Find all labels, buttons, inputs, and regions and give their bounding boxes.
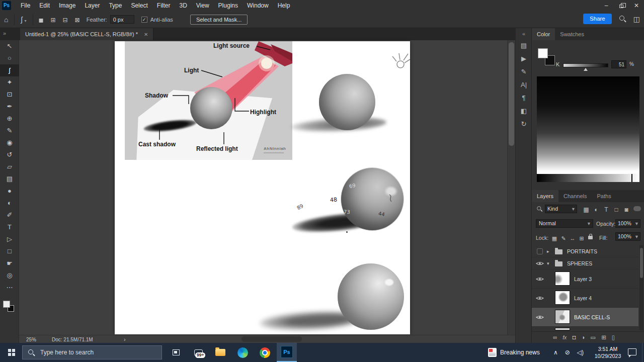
document-canvas[interactable]: Light source Light Shadow Highlight Cast… xyxy=(115,41,410,334)
search-icon[interactable] xyxy=(619,15,626,23)
expand-caret-icon[interactable]: ▸ xyxy=(547,249,549,254)
minimize-button[interactable]: – xyxy=(599,0,614,11)
lock-artboard-icon[interactable]: ⊞ xyxy=(577,235,586,242)
share-button[interactable]: Share xyxy=(583,14,612,24)
taskbar-clock[interactable]: 3:51 AM 10/29/2023 xyxy=(592,345,624,359)
layer-name[interactable]: Layer 4 xyxy=(574,295,592,301)
taskbar-search-box[interactable]: Type here to search xyxy=(22,345,162,359)
link-layers-icon[interactable]: ∞ xyxy=(553,334,557,340)
home-icon[interactable]: ⌂ xyxy=(4,16,8,24)
layers-scrollbar[interactable] xyxy=(639,245,643,330)
type-tool[interactable]: T xyxy=(0,221,19,233)
layer-name[interactable]: Layer 3 xyxy=(574,276,592,282)
subtract-selection-icon[interactable]: ⊟ xyxy=(63,17,68,24)
k-value-field[interactable]: 51 xyxy=(611,60,626,68)
menu-file[interactable]: File xyxy=(16,0,35,11)
panel-foreground-swatch[interactable] xyxy=(538,48,548,58)
brush-tool[interactable]: ✎ xyxy=(0,125,19,137)
add-selection-icon[interactable]: ⊞ xyxy=(50,17,55,24)
marquee-tool[interactable]: ○ xyxy=(0,52,19,64)
eye-icon[interactable] xyxy=(536,277,544,282)
restore-button[interactable] xyxy=(614,0,629,11)
menu-edit[interactable]: Edit xyxy=(35,0,54,11)
chat-app-button[interactable]: 99+ xyxy=(188,343,208,362)
vertical-scrollbar[interactable] xyxy=(507,40,515,335)
close-button[interactable]: ✕ xyxy=(629,0,644,11)
layer-group-row[interactable]: ▾ SPHERES xyxy=(532,257,638,269)
k-slider-thumb[interactable] xyxy=(584,68,588,71)
gradient-tool[interactable]: ▤ xyxy=(0,173,19,185)
document-tab[interactable]: Untitled-1 @ 25% (BASIC CELL-S, RGB/8#) … xyxy=(20,28,153,40)
rotate-view-panel-icon[interactable]: ↻ xyxy=(516,118,532,131)
edge-browser-button[interactable] xyxy=(232,343,253,362)
file-explorer-button[interactable] xyxy=(210,343,230,362)
lock-pixels-icon[interactable]: ✎ xyxy=(559,235,568,242)
eye-icon[interactable] xyxy=(536,296,544,301)
layer-name[interactable]: BASIC CELL-S xyxy=(574,314,610,320)
menu-plugins[interactable]: Plugins xyxy=(214,0,243,11)
add-layer-mask-icon[interactable]: ◘ xyxy=(572,334,576,340)
layer-group-name[interactable]: PORTRAITS xyxy=(567,248,597,254)
menu-image[interactable]: Image xyxy=(54,0,80,11)
intersect-selection-icon[interactable]: ⊠ xyxy=(75,17,80,24)
layer-group-name[interactable]: SPHERES xyxy=(567,260,592,266)
lasso-tool[interactable]: ʃ xyxy=(0,64,19,76)
opacity-dropdown[interactable]: 100%▾ xyxy=(615,219,640,228)
layer-filter-toggle[interactable] xyxy=(633,206,641,211)
horizontal-scrollbar-thumb[interactable] xyxy=(242,336,302,342)
properties-panel-icon[interactable]: ▤ xyxy=(516,39,532,52)
foreground-color-swatch[interactable] xyxy=(3,301,10,308)
eyedropper-tool[interactable]: ✒ xyxy=(0,101,19,113)
tab-channels[interactable]: Channels xyxy=(558,190,592,202)
foreground-background-swatches[interactable] xyxy=(2,300,17,315)
fill-dropdown[interactable]: 100%▾ xyxy=(615,232,640,241)
tab-layers[interactable]: Layers xyxy=(532,190,558,202)
paragraph-panel-icon[interactable]: ¶ xyxy=(516,92,532,105)
lock-position-icon[interactable]: ↔ xyxy=(568,235,577,241)
collapse-caret-icon[interactable]: ▾ xyxy=(547,261,549,266)
clone-stamp-tool[interactable]: ◉ xyxy=(0,137,19,149)
select-and-mask-button[interactable]: Select and Mask... xyxy=(190,15,248,25)
tab-paths[interactable]: Paths xyxy=(592,190,616,202)
layers-scrollbar-thumb[interactable] xyxy=(640,248,643,278)
filter-kind-dropdown[interactable]: Kind▾ xyxy=(545,205,577,213)
tab-swatches[interactable]: Swatches xyxy=(555,28,589,40)
news-icon[interactable] xyxy=(488,348,497,357)
layer-row-partial[interactable] xyxy=(532,327,638,330)
hidden-icons-caret[interactable]: ∧ xyxy=(553,349,558,356)
eye-icon[interactable] xyxy=(536,315,544,320)
grayscale-ramp[interactable] xyxy=(537,174,639,182)
blur-tool[interactable]: ● xyxy=(0,185,19,197)
layer-thumbnail[interactable] xyxy=(555,272,570,286)
start-button[interactable] xyxy=(8,349,15,356)
magic-wand-tool[interactable]: ✦ xyxy=(0,76,19,88)
pen-tool[interactable]: ✐ xyxy=(0,209,19,221)
filter-shape-layers-icon[interactable]: □ xyxy=(611,206,621,213)
edit-toolbar-button[interactable]: ⋯ xyxy=(0,282,19,294)
collapse-panels-icon[interactable]: « xyxy=(516,28,532,39)
menu-view[interactable]: View xyxy=(192,0,214,11)
tab-overflow-icon[interactable]: » xyxy=(3,30,6,36)
blend-mode-dropdown[interactable]: Normal▾ xyxy=(536,219,593,228)
close-tab-icon[interactable]: ✕ xyxy=(144,32,148,37)
filter-smart-objects-icon[interactable]: ◙ xyxy=(621,206,631,213)
canvas-area[interactable]: Light source Light Shadow Highlight Cast… xyxy=(19,40,515,343)
layer-group-row[interactable]: ▸ PORTRAITS xyxy=(532,245,638,257)
menu-filter[interactable]: Filter xyxy=(152,0,175,11)
path-select-tool[interactable]: ▷ xyxy=(0,233,19,245)
menu-type[interactable]: Type xyxy=(104,0,126,11)
layer-row-selected[interactable]: BASIC CELL-S xyxy=(532,308,638,327)
menu-3d[interactable]: 3D xyxy=(175,0,191,11)
news-feed-label[interactable]: Breaking news xyxy=(500,349,540,356)
network-icon[interactable]: ⊘ xyxy=(565,349,570,356)
crop-tool[interactable]: ⊡ xyxy=(0,88,19,101)
zoom-level[interactable]: 25% xyxy=(26,337,36,342)
eye-icon[interactable] xyxy=(536,261,544,266)
action-center-icon[interactable] xyxy=(628,348,636,355)
brush-settings-panel-icon[interactable]: ✎ xyxy=(516,65,532,78)
layer-row[interactable]: Layer 4 xyxy=(532,289,638,308)
history-brush-tool[interactable]: ↺ xyxy=(0,149,19,161)
filter-type-layers-icon[interactable]: T xyxy=(601,206,611,213)
layer-row[interactable]: Layer 3 xyxy=(532,269,638,289)
volume-icon[interactable]: ◁) xyxy=(577,349,584,356)
